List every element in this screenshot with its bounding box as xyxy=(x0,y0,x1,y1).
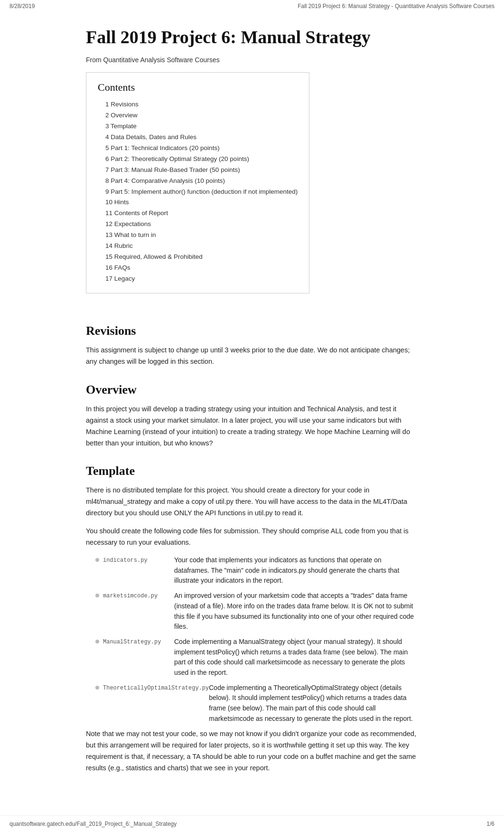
bullet-icon xyxy=(95,686,99,690)
code-file-item: TheoreticallyOptimalStrategy.pyCode impl… xyxy=(95,683,418,724)
bullet-icon xyxy=(95,594,99,597)
top-bar-title: Fall 2019 Project 6: Manual Strategy - Q… xyxy=(298,3,495,9)
code-filename: ManualStrategy.py xyxy=(103,638,174,647)
main-title: Fall 2019 Project 6: Manual Strategy xyxy=(86,27,418,47)
top-bar: 8/28/2019 Fall 2019 Project 6: Manual St… xyxy=(0,0,504,12)
contents-item[interactable]: 13 What to turn in xyxy=(105,230,298,241)
contents-item[interactable]: 7 Part 3: Manual Rule-Based Trader (50 p… xyxy=(105,165,298,176)
section-para-template-1: You should create the following code fil… xyxy=(86,526,418,548)
code-filename: marketsimcode.py xyxy=(103,592,174,601)
contents-item[interactable]: 11 Contents of Report xyxy=(105,208,298,219)
code-description: An improved version of your marketsim co… xyxy=(174,591,418,632)
code-description: Code implementing a ManualStrategy objec… xyxy=(174,637,418,678)
contents-item[interactable]: 17 Legacy xyxy=(105,274,298,284)
contents-item[interactable]: 1 Revisions xyxy=(105,99,298,110)
section-para-revisions-0: This assignment is subject to change up … xyxy=(86,345,418,368)
contents-item[interactable]: 9 Part 5: Implement author() function (d… xyxy=(105,187,298,198)
section-heading-template: Template xyxy=(86,464,418,478)
contents-item[interactable]: 10 Hints xyxy=(105,197,298,208)
section-para-overview-0: In this project you will develop a tradi… xyxy=(86,404,418,449)
contents-item[interactable]: 3 Template xyxy=(105,121,298,132)
code-description: Your code that implements your indicator… xyxy=(174,555,418,586)
contents-box: Contents 1 Revisions2 Overview3 Template… xyxy=(86,72,309,293)
sections-container: RevisionsThis assignment is subject to c… xyxy=(86,324,418,774)
section-heading-revisions: Revisions xyxy=(86,324,418,338)
contents-item[interactable]: 14 Rubric xyxy=(105,241,298,252)
section-para-template-0: There is no distributed template for thi… xyxy=(86,485,418,519)
contents-item[interactable]: 2 Overview xyxy=(105,110,298,121)
code-description: Code implementing a TheoreticallyOptimal… xyxy=(209,683,418,724)
code-file-item: marketsimcode.pyAn improved version of y… xyxy=(95,591,418,632)
code-filename: indicators.py xyxy=(103,556,174,565)
bullet-icon xyxy=(95,640,99,643)
code-filename: TheoreticallyOptimalStrategy.py xyxy=(103,684,209,693)
contents-item[interactable]: 5 Part 1: Technical Indicators (20 point… xyxy=(105,143,298,154)
top-bar-date: 8/28/2019 xyxy=(9,3,35,9)
code-file-list: indicators.pyYour code that implements y… xyxy=(86,555,418,724)
section-closing-template: Note that we may not test your code, so … xyxy=(86,728,418,774)
contents-item[interactable]: 12 Expectations xyxy=(105,219,298,230)
from-line: From Quantitative Analysis Software Cour… xyxy=(86,56,418,64)
contents-item[interactable]: 16 FAQs xyxy=(105,263,298,274)
page-wrapper: Fall 2019 Project 6: Manual Strategy Fro… xyxy=(72,12,432,809)
section-heading-overview: Overview xyxy=(86,383,418,397)
code-file-item: indicators.pyYour code that implements y… xyxy=(95,555,418,586)
bullet-icon xyxy=(95,558,99,562)
contents-item[interactable]: 15 Required, Allowed & Prohibited xyxy=(105,252,298,263)
contents-list: 1 Revisions2 Overview3 Template4 Data De… xyxy=(98,99,298,284)
contents-item[interactable]: 4 Data Details, Dates and Rules xyxy=(105,132,298,143)
contents-item[interactable]: 6 Part 2: Theoretically Optimal Strategy… xyxy=(105,154,298,165)
contents-item[interactable]: 8 Part 4: Comparative Analysis (10 point… xyxy=(105,176,298,187)
code-file-item: ManualStrategy.pyCode implementing a Man… xyxy=(95,637,418,678)
contents-heading: Contents xyxy=(98,81,298,94)
